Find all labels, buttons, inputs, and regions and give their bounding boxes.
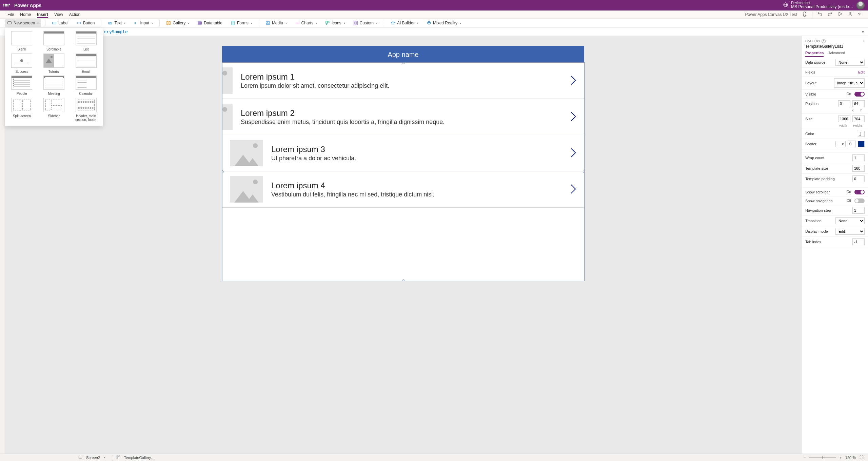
help-icon[interactable]: ? [858, 12, 861, 17]
scrollbar-toggle[interactable] [854, 190, 865, 194]
border-color-button[interactable] [858, 141, 865, 147]
prop-visible-label: Visible [805, 92, 845, 96]
zoom-in-icon[interactable]: + [840, 456, 842, 460]
visible-toggle[interactable] [854, 92, 865, 97]
button-button[interactable]: Button [74, 19, 97, 27]
tab-properties[interactable]: Properties [805, 51, 824, 57]
mixedreality-button[interactable]: Mixed Reality▾ [424, 19, 463, 27]
chevron-right-icon[interactable] [569, 75, 577, 87]
menu-view[interactable]: View [54, 12, 63, 17]
chevron-right-icon[interactable] [569, 183, 577, 196]
menu-action[interactable]: Action [69, 12, 80, 17]
zoom-slider[interactable] [809, 457, 836, 458]
environment-picker[interactable]: Environment MS Personal Productivity (ms… [783, 1, 853, 9]
shownav-toggle[interactable] [854, 198, 865, 203]
user-avatar[interactable] [856, 1, 865, 9]
canvas[interactable]: App name Lorem ipsum 1Lorem ipsum dolor … [5, 36, 802, 454]
icons-button[interactable]: Icons▾ [323, 19, 348, 27]
size-h-input[interactable] [852, 116, 865, 122]
zoom-value: 120 % [845, 456, 856, 460]
undo-icon[interactable] [817, 11, 823, 18]
custom-button[interactable]: Custom▾ [351, 19, 380, 27]
gallery-button[interactable]: Gallery▾ [164, 19, 192, 27]
size-w-input[interactable] [838, 116, 850, 122]
redo-icon[interactable] [827, 11, 833, 18]
row-subtitle: Ut pharetra a dolor ac vehicula. [271, 155, 561, 162]
charts-button[interactable]: Charts▾ [293, 19, 319, 27]
templatesize-input[interactable] [852, 165, 865, 172]
pane-expand-icon[interactable]: › [863, 39, 865, 43]
selected-gallery[interactable]: Lorem ipsum 1Lorem ipsum dolor sit amet,… [222, 62, 585, 281]
template-tutorial[interactable]: Tutorial [39, 54, 70, 74]
formula-bar: CustomGallerySample ▾ [0, 28, 868, 36]
template-sidebar[interactable]: Sidebar [39, 98, 70, 122]
svg-rect-11 [198, 22, 202, 24]
checker-icon[interactable] [802, 11, 807, 18]
color-button[interactable] [858, 131, 865, 137]
help-icon[interactable]: ? [822, 39, 826, 43]
fit-icon[interactable] [859, 455, 864, 460]
displaymode-select[interactable]: Edit [835, 228, 865, 235]
fx-expand-icon[interactable]: ▾ [858, 29, 868, 34]
input-button[interactable]: Input▾ [131, 19, 155, 27]
template-blank[interactable]: Blank [6, 31, 37, 51]
waffle-icon[interactable] [3, 4, 10, 6]
template-splitscreen[interactable]: Split-screen [6, 98, 37, 122]
label-button[interactable]: Label [50, 19, 71, 27]
svg-rect-18 [356, 21, 357, 23]
text-button[interactable]: Text▾ [105, 19, 128, 27]
svg-rect-15 [326, 21, 328, 23]
status-screen[interactable]: Screen2 [86, 456, 100, 460]
media-button[interactable]: Media▾ [263, 19, 289, 27]
layout-select[interactable]: Image, title, and subtitle [834, 78, 865, 88]
fx-source[interactable]: CustomGallerySample [73, 29, 858, 34]
button-icon [77, 21, 81, 25]
tabindex-input[interactable] [852, 238, 865, 245]
menu-insert[interactable]: Insert [37, 12, 48, 17]
share-icon[interactable] [848, 11, 853, 18]
selected-control-name: TemplateGalleryList1 [805, 44, 865, 49]
template-list[interactable]: List [71, 31, 101, 51]
border-style-select[interactable]: ▾ [835, 141, 846, 147]
chevron-right-icon[interactable] [569, 111, 577, 123]
gallery-row[interactable]: Lorem ipsum 3Ut pharetra a dolor ac vehi… [222, 135, 584, 171]
template-meeting[interactable]: Meeting [39, 76, 70, 96]
template-hmf[interactable]: Header, main section, footer [71, 98, 101, 122]
gallery-row[interactable]: Lorem ipsum 2Suspendisse enim metus, tin… [222, 99, 584, 135]
gallery-row[interactable]: Lorem ipsum 4Vestibulum dui felis, fring… [222, 171, 584, 208]
border-width-input[interactable] [848, 141, 856, 147]
transition-select[interactable]: None [835, 217, 865, 224]
template-success[interactable]: Success [6, 54, 37, 74]
template-email[interactable]: Email [71, 54, 101, 74]
fields-edit-link[interactable]: Edit [858, 70, 865, 74]
new-screen-button[interactable]: New screen▾ [5, 19, 41, 27]
svg-rect-19 [354, 23, 355, 25]
menu-file[interactable]: File [7, 12, 14, 17]
gallery-row[interactable]: Lorem ipsum 1Lorem ipsum dolor sit amet,… [222, 63, 584, 99]
aibuilder-button[interactable]: AI Builder▾ [388, 19, 421, 27]
zoom-out-icon[interactable]: − [804, 456, 806, 460]
templatepad-input[interactable] [852, 175, 865, 182]
status-crumb[interactable]: TemplateGallery… [124, 456, 155, 460]
datasource-select[interactable]: None [835, 59, 865, 66]
position-x-input[interactable] [838, 100, 850, 107]
tab-advanced[interactable]: Advanced [828, 51, 845, 57]
menu-home[interactable]: Home [20, 12, 31, 17]
navstep-input[interactable] [852, 207, 865, 214]
play-icon[interactable] [837, 11, 843, 18]
template-calendar[interactable]: Calendar [71, 76, 101, 96]
template-people[interactable]: People [6, 76, 37, 96]
canvas-screen[interactable]: App name Lorem ipsum 1Lorem ipsum dolor … [222, 46, 584, 263]
row-title: Lorem ipsum 4 [271, 181, 561, 190]
wrapcount-input[interactable] [852, 154, 865, 161]
rp-type-label: GALLERY [805, 39, 821, 43]
forms-button[interactable]: Forms▾ [228, 19, 255, 27]
svg-rect-6 [109, 22, 112, 24]
position-y-input[interactable] [852, 100, 865, 107]
template-scrollable[interactable]: Scrollable [39, 31, 70, 51]
left-rail[interactable] [0, 36, 5, 454]
app-header[interactable]: App name [222, 46, 584, 63]
chevron-right-icon[interactable] [569, 147, 577, 160]
datatable-button[interactable]: Data table [195, 19, 225, 27]
row-subtitle: Vestibulum dui felis, fringilla nec mi s… [271, 191, 561, 198]
